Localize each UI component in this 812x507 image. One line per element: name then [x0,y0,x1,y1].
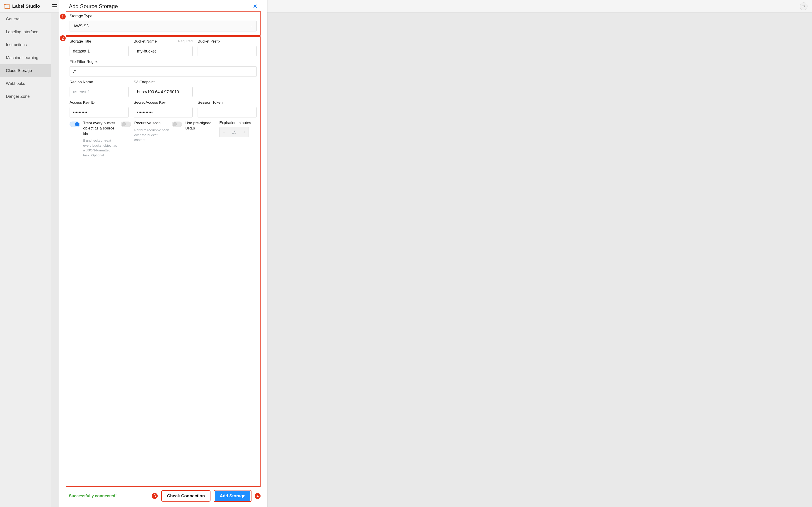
region-label: Region Name [69,80,129,84]
logo-icon [5,4,9,9]
chevron-down-icon: ⌄ [250,24,253,28]
bucket-name-input[interactable] [134,46,193,56]
section-storage-details: Storage Title Bucket Name Required Bucke… [66,36,261,487]
file-filter-input[interactable] [69,66,257,77]
secret-key-input[interactable] [134,107,193,117]
region-input[interactable] [69,87,129,97]
sidebar-item-cloud-storage[interactable]: Cloud Storage [0,64,51,77]
check-connection-button[interactable]: Check Connection [161,490,210,502]
expiration-value: 15 [228,130,240,135]
sidebar-item-general[interactable]: General [0,13,51,25]
sidebar: General Labeling Interface Instructions … [0,13,51,507]
modal-title: Add Source Storage [69,3,118,9]
toggle-treat-as-source-label: Treat every bucket object as a source fi… [83,121,118,136]
file-filter-label: File Filter Regex [69,60,257,64]
bucket-name-label: Bucket Name Required [134,39,193,44]
annotation-marker-1: 1 [60,13,66,19]
toggle-treat-as-source[interactable] [69,121,80,127]
toggle-recursive-scan[interactable] [121,121,131,127]
section-storage-type: Storage Type AWS S3 ⌄ [66,11,261,36]
hamburger-icon[interactable] [52,4,57,8]
sidebar-item-danger-zone[interactable]: Danger Zone [0,90,51,103]
storage-type-select[interactable]: AWS S3 ⌄ [69,20,257,32]
expiration-label: Expiration minutes [219,121,251,125]
modal-footer: Successfully connected! 3 Check Connecti… [59,487,267,507]
access-key-label: Access Key ID [69,100,129,105]
access-key-input[interactable] [69,107,129,117]
sidebar-item-instructions[interactable]: Instructions [0,39,51,51]
expiration-stepper[interactable]: − 15 + [219,127,249,137]
endpoint-input[interactable] [134,87,193,97]
annotation-marker-2: 2 [60,35,66,41]
annotation-marker-3: 3 [152,493,158,499]
endpoint-label: S3 Endpoint [134,80,193,84]
bucket-prefix-input[interactable] [198,46,257,56]
toggle-recursive-scan-label: Recursive scan [134,121,170,126]
storage-title-input[interactable] [69,46,129,56]
user-avatar[interactable]: T9 [800,2,807,10]
logo[interactable]: Label Studio [5,4,40,9]
storage-type-label: Storage Type [69,14,257,18]
toggle-treat-as-source-help: If unchecked, treat every bucket object … [83,138,118,158]
sidebar-item-webhooks[interactable]: Webhooks [0,77,51,90]
toggle-presigned-urls[interactable] [172,121,182,127]
sidebar-item-machine-learning[interactable]: Machine Learning [0,51,51,64]
bucket-prefix-label: Bucket Prefix [198,39,257,44]
annotation-marker-4: 4 [255,493,261,499]
close-icon[interactable]: ✕ [253,4,257,9]
modal-add-source-storage: Add Source Storage ✕ 1 2 Storage Type AW… [59,0,267,507]
session-token-label: Session Token [198,100,257,105]
storage-title-label: Storage Title [69,39,129,44]
add-storage-button[interactable]: Add Storage [215,491,250,501]
connection-success-msg: Successfully connected! [69,494,117,498]
app-name: Label Studio [12,4,40,9]
expiration-decrement[interactable]: − [219,127,228,137]
session-token-input[interactable] [198,107,257,117]
expiration-increment[interactable]: + [240,127,249,137]
storage-type-value: AWS S3 [73,24,89,29]
secret-key-label: Secret Access Key [134,100,193,105]
required-tag: Required [178,39,193,43]
sidebar-item-labeling-interface[interactable]: Labeling Interface [0,25,51,39]
toggle-presigned-urls-label: Use pre-signed URLs [185,121,217,131]
toggle-recursive-scan-help: Perform recursive scan over the bucket c… [134,128,170,143]
